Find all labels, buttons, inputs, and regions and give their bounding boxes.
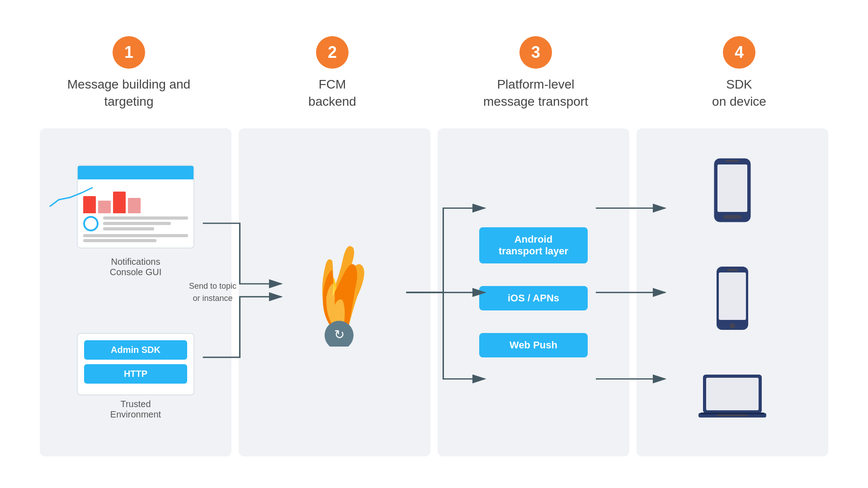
line-1 — [103, 216, 188, 220]
svg-rect-8 — [727, 269, 738, 271]
console-label: NotificationsConsole GUI — [110, 257, 162, 277]
step-1: 1 Message building andtargeting — [43, 36, 215, 110]
fcm-architecture-diagram: 1 Message building andtargeting 2 FCMbac… — [27, 27, 841, 461]
ios-phone-svg — [714, 264, 750, 332]
console-circle — [83, 216, 99, 231]
step-3: 3 Platform-levelmessage transport — [450, 36, 622, 110]
step-2-label: FCMbackend — [308, 76, 356, 110]
web-device — [696, 372, 769, 428]
transport-ios: iOS / APNs — [479, 286, 588, 310]
column-4 — [637, 128, 828, 456]
trend-line-svg — [45, 184, 99, 213]
chart-area — [83, 184, 188, 213]
ios-device — [714, 264, 750, 334]
bar-3 — [113, 192, 126, 213]
transport-boxes-group: Androidtransport layer iOS / APNs Web Pu… — [479, 227, 588, 357]
content-row: NotificationsConsole GUI Admin SDK HTTP … — [27, 124, 841, 461]
transport-webpush: Web Push — [479, 333, 588, 357]
firebase-icon: ↻ — [289, 238, 380, 347]
step-2-circle: 2 — [316, 36, 349, 69]
step-3-label: Platform-levelmessage transport — [483, 76, 588, 110]
firebase-flame-svg: ↻ — [289, 238, 380, 347]
console-lines-group — [103, 216, 188, 230]
step-2: 2 FCMbackend — [246, 36, 418, 110]
console-row — [83, 216, 188, 231]
step-1-label: Message building andtargeting — [67, 76, 190, 110]
notifications-console-group: NotificationsConsole GUI — [77, 165, 194, 277]
step-1-circle: 1 — [113, 36, 145, 69]
svg-rect-3 — [717, 164, 747, 212]
step-4-circle: 4 — [723, 36, 755, 69]
svg-rect-14 — [701, 413, 764, 414]
svg-rect-13 — [717, 414, 748, 416]
trusted-card: Admin SDK HTTP — [77, 333, 194, 395]
svg-rect-11 — [706, 378, 759, 410]
svg-rect-7 — [719, 272, 746, 320]
console-header-bar — [78, 166, 193, 179]
step-3-circle: 3 — [519, 36, 552, 69]
column-2: Send to topicor instance ↻ — [239, 128, 430, 456]
line-5 — [83, 239, 156, 242]
svg-text:↻: ↻ — [334, 328, 344, 342]
svg-rect-4 — [726, 160, 739, 162]
android-phone-svg — [712, 156, 753, 224]
svg-point-9 — [730, 323, 735, 328]
bar-2 — [98, 201, 111, 213]
line-4 — [83, 234, 188, 237]
step-4: 4 SDKon device — [653, 36, 825, 110]
admin-sdk-button[interactable]: Admin SDK — [84, 340, 187, 360]
line-3 — [103, 227, 154, 230]
steps-row: 1 Message building andtargeting 2 FCMbac… — [27, 27, 841, 124]
console-card — [77, 165, 194, 249]
transport-android: Androidtransport layer — [479, 227, 588, 263]
send-label: Send to topicor instance — [189, 280, 236, 305]
column-3: Androidtransport layer iOS / APNs Web Pu… — [438, 128, 629, 456]
line-2 — [103, 222, 171, 225]
android-device — [712, 156, 753, 226]
bar-4 — [128, 198, 141, 213]
trusted-label: TrustedEnvironment — [110, 399, 161, 420]
trusted-env-group: Admin SDK HTTP TrustedEnvironment — [77, 333, 194, 420]
step-4-label: SDKon device — [712, 76, 766, 110]
laptop-svg — [696, 372, 769, 427]
http-button[interactable]: HTTP — [84, 364, 187, 384]
svg-rect-5 — [723, 215, 741, 219]
